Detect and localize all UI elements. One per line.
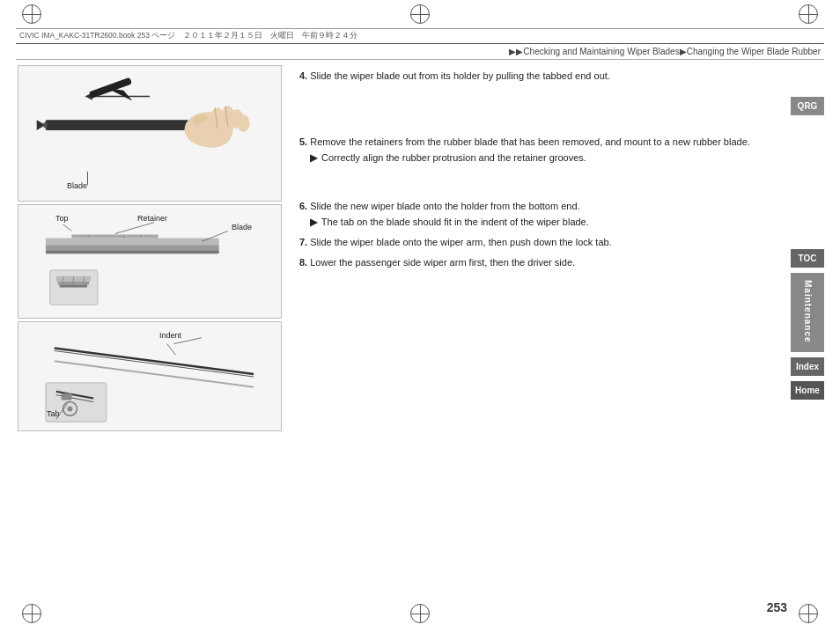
blade-label-1: Blade — [67, 181, 87, 190]
step-8: 8. Lower the passenger side wiper arm fi… — [299, 256, 770, 269]
svg-point-7 — [238, 114, 250, 132]
index-button[interactable]: Index — [791, 357, 824, 376]
bottom-right-corner-mark — [799, 604, 818, 623]
top-decorations — [0, 0, 840, 28]
nav-buttons-panel: QRG TOC Maintenance Index Home — [791, 97, 824, 400]
step-6-text: Slide the new wiper blade onto the holde… — [310, 201, 579, 211]
step-4: 4. Slide the wiper blade out from its ho… — [299, 70, 770, 83]
svg-rect-18 — [71, 234, 158, 238]
svg-rect-0 — [46, 120, 189, 130]
bottom-decorations — [0, 599, 840, 628]
indent-label: Indent — [159, 331, 181, 340]
step-6-sub: ▶ The tab on the blade should fit in the… — [299, 216, 770, 229]
step-7-num: 7. — [299, 237, 307, 247]
top-left-corner-mark — [22, 4, 41, 24]
svg-rect-15 — [46, 238, 219, 245]
main-content: Blade — [18, 65, 822, 434]
svg-line-29 — [63, 224, 72, 231]
step-5-num: 5. — [299, 136, 307, 147]
bottom-left-corner-mark — [22, 604, 41, 623]
top-center-mark — [410, 4, 430, 24]
maintenance-label: Maintenance — [803, 280, 813, 343]
step-4-num: 4. — [299, 70, 307, 81]
svg-rect-17 — [46, 250, 219, 254]
home-button[interactable]: Home — [791, 381, 824, 400]
retainer-label: Retainer — [137, 214, 167, 223]
qrg-button[interactable]: QRG — [791, 97, 824, 115]
illustration-2: Top Retainer Blade — [18, 204, 282, 319]
svg-line-35 — [167, 344, 176, 356]
svg-line-30 — [115, 223, 154, 234]
illustration-1-svg — [18, 66, 281, 201]
svg-rect-16 — [46, 245, 219, 250]
tab-label: Tab — [47, 409, 60, 418]
illustration-1: Blade — [18, 65, 282, 202]
svg-line-33 — [55, 350, 254, 377]
steps-column: 4. Slide the wiper blade out from its ho… — [282, 65, 822, 434]
breadcrumb-bar: ▶▶Checking and Maintaining Wiper Blades▶… — [16, 43, 824, 60]
svg-point-9 — [193, 120, 231, 148]
header-meta: CIVIC IMA_KAKC-31TR2600.book 253 ページ ２０１… — [16, 28, 824, 43]
step-6-arrow: ▶ — [310, 217, 317, 227]
svg-point-41 — [68, 406, 73, 411]
toc-button[interactable]: TOC — [791, 249, 824, 268]
step-6: 6. Slide the new wiper blade onto the ho… — [299, 200, 770, 229]
illustrations-column: Blade — [18, 65, 282, 434]
step-8-num: 8. — [299, 257, 307, 268]
svg-rect-2 — [44, 122, 48, 128]
illustration-3: Indent Tab — [18, 321, 282, 431]
step-5-arrow: ▶ — [310, 152, 317, 163]
top-label: Top — [55, 214, 69, 223]
step-5: 5. Remove the retainers from the rubber … — [299, 136, 770, 165]
step-6-num: 6. — [299, 201, 307, 211]
top-right-corner-mark — [799, 4, 818, 24]
bottom-center-mark — [410, 604, 430, 623]
svg-rect-39 — [62, 393, 72, 401]
step-8-text: Lower the passenger side wiper arm first… — [310, 257, 575, 268]
step-5-sub: ▶ Correctly align the rubber protrusion … — [299, 151, 770, 165]
step-4-text: Slide the wiper blade out from its holde… — [310, 70, 610, 81]
blade-label-2: Blade — [232, 223, 252, 231]
breadcrumb-text: ▶▶Checking and Maintaining Wiper Blades▶… — [509, 47, 821, 56]
step-7-text: Slide the wiper blade onto the wiper arm… — [310, 237, 611, 247]
svg-line-32 — [55, 349, 254, 375]
step-7: 7. Slide the wiper blade onto the wiper … — [299, 236, 770, 249]
header-meta-text: CIVIC IMA_KAKC-31TR2600.book 253 ページ ２０１… — [19, 31, 357, 41]
step-5-text: Remove the retainers from the rubber bla… — [310, 136, 750, 147]
